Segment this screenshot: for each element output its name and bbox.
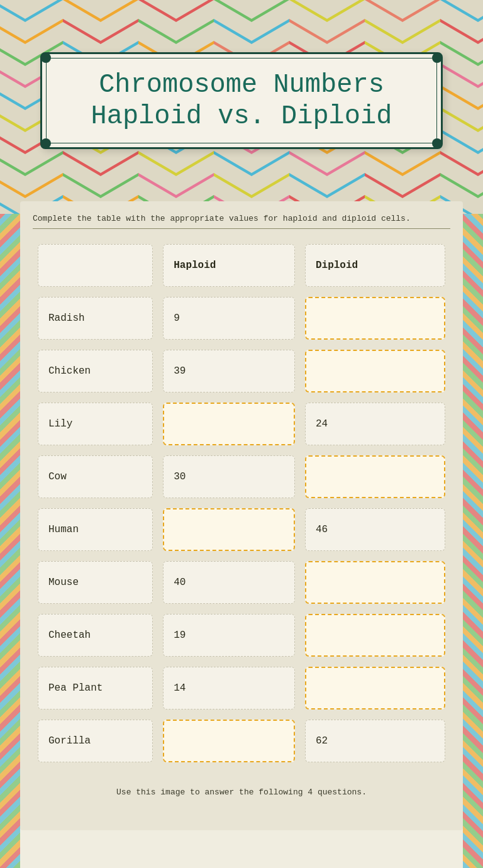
main-content: Complete the table with the appropriate … <box>20 201 463 830</box>
haploid-cell[interactable] <box>163 508 295 551</box>
corner-decoration-tr <box>432 53 442 63</box>
header-haploid: Haploid <box>163 244 295 287</box>
table-row: Human46 <box>33 503 450 556</box>
haploid-cell[interactable] <box>163 720 295 762</box>
left-decoration <box>0 214 20 868</box>
title-line1: Chromosome Numbers <box>99 70 384 100</box>
table-row: Mouse40 <box>33 556 450 609</box>
haploid-cell[interactable] <box>163 403 295 445</box>
header-organism <box>38 244 153 287</box>
table-row: Lily24 <box>33 398 450 450</box>
footer-text: Use this image to answer the following 4… <box>33 787 450 797</box>
table-row: Chicken39 <box>33 345 450 398</box>
page-title: Chromosome Numbers Haploid vs. Diploid <box>72 69 411 133</box>
right-decoration <box>463 214 483 868</box>
table-row: Gorilla62 <box>33 715 450 767</box>
organism-cell: Cow <box>38 455 153 498</box>
haploid-cell: 30 <box>163 455 295 498</box>
corner-decoration-bl <box>41 138 51 148</box>
haploid-cell: 39 <box>163 350 295 392</box>
table-row: Cow30 <box>33 450 450 503</box>
organism-cell: Pea Plant <box>38 667 153 709</box>
table-row: Pea Plant14 <box>33 662 450 715</box>
table-row: Radish9 <box>33 292 450 345</box>
haploid-cell: 19 <box>163 614 295 657</box>
title-box: Chromosome Numbers Haploid vs. Diploid <box>40 52 443 150</box>
haploid-cell: 14 <box>163 667 295 709</box>
organism-cell: Radish <box>38 297 153 340</box>
chromosome-table: Haploid Diploid Radish9Chicken39Lily24Co… <box>33 239 450 767</box>
corner-decoration-tl <box>41 53 51 63</box>
organism-cell: Cheetah <box>38 614 153 657</box>
diploid-cell[interactable] <box>305 297 445 340</box>
haploid-cell: 9 <box>163 297 295 340</box>
corner-decoration-br <box>432 138 442 148</box>
diploid-cell[interactable] <box>305 350 445 392</box>
diploid-cell: 24 <box>305 403 445 445</box>
instructions-text: Complete the table with the appropriate … <box>33 214 450 229</box>
diploid-cell[interactable] <box>305 561 445 604</box>
diploid-cell[interactable] <box>305 614 445 657</box>
header-diploid: Diploid <box>305 244 445 287</box>
table-header-row: Haploid Diploid <box>33 239 450 292</box>
diploid-cell[interactable] <box>305 667 445 709</box>
table-row: Cheetah19 <box>33 609 450 662</box>
diploid-cell[interactable] <box>305 455 445 498</box>
haploid-cell: 40 <box>163 561 295 604</box>
diploid-cell: 46 <box>305 508 445 551</box>
title-area: Chromosome Numbers Haploid vs. Diploid <box>0 0 483 201</box>
organism-cell: Lily <box>38 403 153 445</box>
organism-cell: Gorilla <box>38 720 153 762</box>
diploid-cell: 62 <box>305 720 445 762</box>
organism-cell: Human <box>38 508 153 551</box>
organism-cell: Chicken <box>38 350 153 392</box>
organism-cell: Mouse <box>38 561 153 604</box>
title-line2: Haploid vs. Diploid <box>91 101 392 131</box>
